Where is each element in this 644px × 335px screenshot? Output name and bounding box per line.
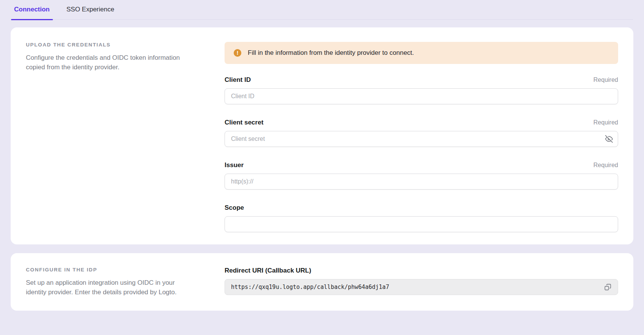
scope-input[interactable] <box>225 216 618 232</box>
eye-off-icon <box>605 135 613 143</box>
required-badge: Required <box>593 119 618 126</box>
client-id-input[interactable] <box>225 88 618 104</box>
issuer-input[interactable] <box>225 174 618 190</box>
credentials-form: ! Fill in the information from the ident… <box>225 42 618 232</box>
section-title: UPLOAD THE CREDENTIALS <box>26 42 197 48</box>
tab-connection[interactable]: Connection <box>11 0 53 19</box>
copy-button[interactable] <box>601 281 614 293</box>
idp-card-intro: CONFIGURE IN THE IDP Set up an applicati… <box>26 267 197 297</box>
section-description: Set up an application integration using … <box>26 278 186 297</box>
tab-sso-experience[interactable]: SSO Experience <box>64 0 118 19</box>
scope-label: Scope <box>225 204 244 212</box>
client-id-label: Client ID <box>225 76 251 84</box>
redirect-uri-value: https://qxq19u.logto.app/callback/phw64a… <box>231 284 389 290</box>
info-banner: ! Fill in the information from the ident… <box>225 42 618 64</box>
warning-icon: ! <box>234 49 241 57</box>
credentials-card: UPLOAD THE CREDENTIALS Configure the cre… <box>11 27 633 244</box>
tab-bar: Connection SSO Experience <box>11 0 633 20</box>
field-issuer: Issuer Required <box>225 161 618 190</box>
redirect-uri-label: Redirect URI (Callback URL) <box>225 267 618 274</box>
section-description: Configure the credentials and OIDC token… <box>26 53 186 72</box>
toggle-secret-visibility-button[interactable] <box>602 133 616 145</box>
idp-details: Redirect URI (Callback URL) https://qxq1… <box>225 267 618 295</box>
section-title: CONFIGURE IN THE IDP <box>26 267 197 273</box>
field-client-secret: Client secret Required <box>225 119 618 147</box>
redirect-uri-field: https://qxq19u.logto.app/callback/phw64a… <box>225 279 618 295</box>
required-badge: Required <box>593 162 618 169</box>
issuer-label: Issuer <box>225 161 244 169</box>
info-banner-text: Fill in the information from the identit… <box>248 49 414 57</box>
idp-card: CONFIGURE IN THE IDP Set up an applicati… <box>11 253 633 311</box>
credentials-card-intro: UPLOAD THE CREDENTIALS Configure the cre… <box>26 42 197 72</box>
required-badge: Required <box>593 77 618 83</box>
copy-icon <box>604 284 611 291</box>
field-client-id: Client ID Required <box>225 76 618 104</box>
field-scope: Scope <box>225 204 618 232</box>
client-secret-input[interactable] <box>225 131 618 147</box>
client-secret-label: Client secret <box>225 119 263 126</box>
